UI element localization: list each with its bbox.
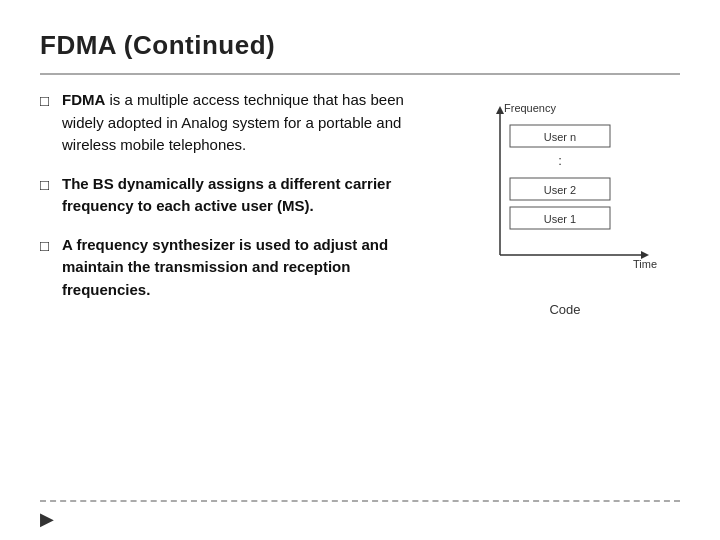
nav-arrow[interactable]: ▶ — [40, 508, 54, 530]
slide-container: FDMA (Continued) □ FDMA is a multiple ac… — [0, 0, 720, 540]
keyword-3: A — [62, 236, 72, 253]
svg-text:User n: User n — [544, 131, 576, 143]
bullet-text-1-rest: is a multiple access technique that has … — [62, 91, 404, 153]
content-area: □ FDMA is a multiple access technique th… — [40, 89, 680, 317]
slide-title: FDMA (Continued) — [40, 30, 680, 61]
bullet-marker-3: □ — [40, 235, 62, 302]
svg-text:Frequency: Frequency — [504, 102, 556, 114]
bottom-divider — [40, 500, 680, 502]
bullet-text-3-rest: frequency synthesizer is used to adjust … — [62, 236, 388, 298]
svg-marker-2 — [496, 106, 504, 114]
fdma-diagram: Frequency Time User n : User 2 User 1 — [460, 100, 670, 300]
bullet-text-3: A frequency synthesizer is used to adjus… — [62, 234, 440, 302]
svg-text:Time: Time — [633, 258, 657, 270]
bullet-item-2: □ The BS dynamically assigns a different… — [40, 173, 440, 218]
svg-text:User 2: User 2 — [544, 184, 576, 196]
bullet-text-1: FDMA is a multiple access technique that… — [62, 89, 440, 157]
bullet-marker-2: □ — [40, 174, 62, 218]
diagram-area: Frequency Time User n : User 2 User 1 Co… — [450, 89, 680, 317]
text-column: □ FDMA is a multiple access technique th… — [40, 89, 440, 317]
bullet-marker-1: □ — [40, 90, 62, 157]
keyword-1: FDMA — [62, 91, 105, 108]
top-divider — [40, 73, 680, 75]
svg-text:User 1: User 1 — [544, 213, 576, 225]
bullet-text-2: The BS dynamically assigns a different c… — [62, 173, 440, 218]
code-label: Code — [549, 302, 580, 317]
bullet-item-1: □ FDMA is a multiple access technique th… — [40, 89, 440, 157]
svg-text::: : — [558, 153, 562, 168]
bullet-item-3: □ A frequency synthesizer is used to adj… — [40, 234, 440, 302]
bullet-text-2-rest: BS dynamically assigns a different carri… — [62, 175, 391, 215]
keyword-2: The — [62, 175, 89, 192]
